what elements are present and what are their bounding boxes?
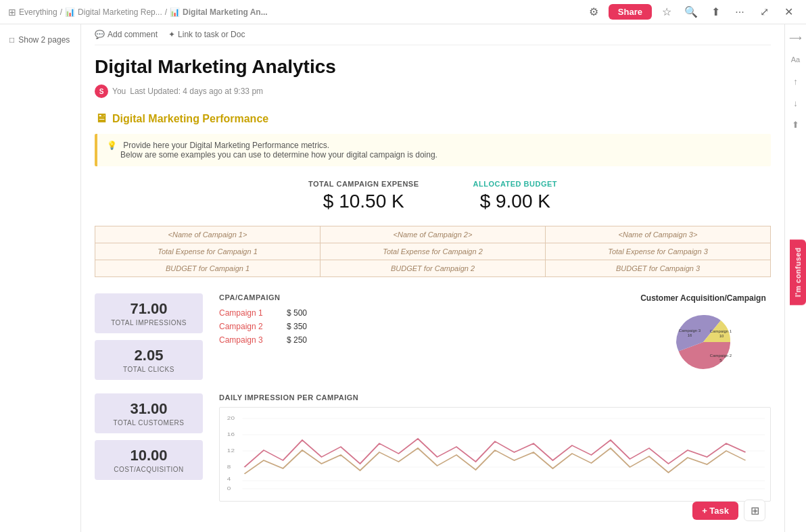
cost-value: 10.00 bbox=[104, 447, 193, 464]
link-label: Link to task or Doc bbox=[178, 30, 245, 39]
clicks-value: 2.05 bbox=[104, 347, 193, 364]
cpa-row: Campaign 3$ 250 bbox=[219, 335, 619, 345]
pie-title: Customer Acquisition/Campaign bbox=[636, 293, 771, 303]
comment-icon: 💬 bbox=[95, 30, 105, 39]
cpa-title: CPA/CAMPAIGN bbox=[219, 293, 619, 301]
more-icon[interactable]: ··· bbox=[730, 3, 749, 22]
section-heading-text: Digital Marketing Performance bbox=[112, 113, 268, 125]
grid-icon: ⊞ bbox=[8, 7, 16, 18]
table-cell: BUDGET for Campaign 1 bbox=[95, 260, 321, 277]
chart-icon-1: 📊 bbox=[65, 7, 75, 17]
breadcrumb: ⊞ Everything / 📊 Digital Marketing Rep..… bbox=[8, 7, 268, 18]
cpa-row: Campaign 2$ 350 bbox=[219, 322, 619, 331]
cost-label: COST/ACQUISITION bbox=[104, 466, 193, 473]
stats-row: TOTAL CAMPAIGN EXPENSE $ 10.50 K ALLOCAT… bbox=[95, 180, 771, 212]
monitor-icon: 🖥 bbox=[95, 112, 107, 126]
bottom-toolbar: + Task ⊞ bbox=[692, 500, 765, 521]
breadcrumb-analytics[interactable]: Digital Marketing An... bbox=[183, 7, 268, 17]
last-updated: Last Updated: 4 days ago at 9:33 pm bbox=[130, 87, 263, 96]
table-row: <Name of Campaign 1><Name of Campaign 2>… bbox=[95, 226, 771, 243]
total-expense-label: TOTAL CAMPAIGN EXPENSE bbox=[308, 180, 419, 188]
grid-view-button[interactable]: ⊞ bbox=[744, 500, 765, 521]
breadcrumb-everything[interactable]: Everything bbox=[19, 7, 57, 17]
table-cell: Total Expense for Campaign 3 bbox=[546, 243, 771, 260]
allocated-budget-value: $ 9.00 K bbox=[473, 191, 558, 212]
pie-section: Customer Acquisition/Campaign bbox=[636, 293, 771, 376]
link-btn[interactable]: ✦ Link to task or Doc bbox=[168, 30, 245, 39]
customers-block: 31.00 TOTAL CUSTOMERS bbox=[95, 393, 203, 433]
expand-icon[interactable]: ⤢ bbox=[755, 3, 774, 22]
chart-icon-2: 📊 bbox=[170, 7, 180, 17]
campaign-table: <Name of Campaign 1><Name of Campaign 2>… bbox=[95, 226, 771, 277]
link-icon: ✦ bbox=[168, 30, 175, 39]
svg-text:12: 12 bbox=[227, 448, 235, 454]
svg-text:8: 8 bbox=[227, 464, 231, 470]
chart-title: DAILY IMPRESSION PER CAMPAIGN bbox=[219, 393, 771, 402]
svg-text:10: 10 bbox=[719, 334, 724, 338]
task-button[interactable]: + Task bbox=[692, 502, 738, 520]
font-icon[interactable]: Aa bbox=[788, 51, 804, 68]
pie-chart: Campaign 1 10 Campaign 3 16 Campaign 2 5 bbox=[663, 308, 744, 376]
impressions-value: 71.00 bbox=[104, 300, 193, 318]
cpa-row: Campaign 1$ 500 bbox=[219, 308, 619, 318]
share-right-icon[interactable]: ⬆ bbox=[788, 116, 804, 132]
author-name: You bbox=[112, 87, 126, 96]
arrow-down-icon[interactable]: ↓ bbox=[788, 95, 804, 111]
svg-text:Campaign 2: Campaign 2 bbox=[710, 354, 732, 358]
author-row: S You Last Updated: 4 days ago at 9:33 p… bbox=[95, 84, 771, 98]
top-metric-blocks: 71.00 TOTAL IMPRESSIONS 2.05 TOTAL CLICK… bbox=[95, 293, 203, 380]
collapse-right-icon[interactable]: ⟶ bbox=[788, 30, 804, 46]
cpa-campaign-value: $ 500 bbox=[287, 308, 307, 318]
cpa-campaign-name: Campaign 1 bbox=[219, 308, 273, 318]
content-area: 💬 Add comment ✦ Link to task or Doc Digi… bbox=[81, 24, 784, 532]
table-cell: <Name of Campaign 2> bbox=[321, 226, 546, 243]
customers-label: TOTAL CUSTOMERS bbox=[104, 419, 193, 427]
table-row: Total Expense for Campaign 1Total Expens… bbox=[95, 243, 771, 260]
breadcrumb-report[interactable]: Digital Marketing Rep... bbox=[78, 7, 162, 17]
svg-text:16: 16 bbox=[688, 333, 692, 337]
close-icon[interactable]: ✕ bbox=[779, 3, 798, 22]
export-icon[interactable]: ⬆ bbox=[706, 3, 725, 22]
arrow-up-icon[interactable]: ↑ bbox=[788, 73, 804, 89]
doc-toolbar: 💬 Add comment ✦ Link to task or Doc bbox=[95, 24, 771, 45]
sidebar: □ Show 2 pages bbox=[0, 24, 81, 532]
info-line2: Below are some examples you can use to d… bbox=[120, 150, 437, 160]
main-layout: □ Show 2 pages 💬 Add comment ✦ Link to t… bbox=[0, 24, 806, 532]
add-comment-label: Add comment bbox=[108, 30, 158, 39]
pages-icon: □ bbox=[9, 35, 14, 45]
chart-section: DAILY IMPRESSION PER CAMPAIGN 20 16 12 8… bbox=[219, 393, 771, 502]
cpa-campaign-name: Campaign 3 bbox=[219, 335, 273, 345]
svg-text:20: 20 bbox=[227, 416, 235, 421]
cpa-section: CPA/CAMPAIGN Campaign 1$ 500Campaign 2$ … bbox=[219, 293, 619, 349]
confused-button[interactable]: I'm confused bbox=[790, 239, 806, 305]
bottom-metrics-row: 31.00 TOTAL CUSTOMERS 10.00 COST/ACQUISI… bbox=[95, 393, 771, 502]
star-icon[interactable]: ☆ bbox=[657, 3, 676, 22]
total-expense-block: TOTAL CAMPAIGN EXPENSE $ 10.50 K bbox=[308, 180, 419, 212]
info-line1: Provide here your Digital Marketing Perf… bbox=[123, 141, 329, 150]
customers-value: 31.00 bbox=[104, 400, 193, 418]
table-cell: <Name of Campaign 1> bbox=[95, 226, 321, 243]
svg-text:Campaign 1: Campaign 1 bbox=[710, 329, 732, 333]
section-heading: 🖥 Digital Marketing Performance bbox=[95, 112, 771, 126]
add-comment-btn[interactable]: 💬 Add comment bbox=[95, 30, 158, 39]
sidebar-show-pages[interactable]: □ Show 2 pages bbox=[5, 32, 75, 47]
share-button[interactable]: Share bbox=[609, 4, 652, 20]
cpa-campaign-name: Campaign 2 bbox=[219, 322, 273, 331]
search-icon[interactable]: 🔍 bbox=[682, 3, 701, 22]
clicks-block: 2.05 TOTAL CLICKS bbox=[95, 340, 203, 380]
table-row: BUDGET for Campaign 1BUDGET for Campaign… bbox=[95, 260, 771, 277]
svg-text:16: 16 bbox=[227, 432, 235, 437]
topbar-actions: ⚙ Share ☆ 🔍 ⬆ ··· ⤢ ✕ bbox=[584, 3, 798, 22]
settings-icon[interactable]: ⚙ bbox=[584, 3, 603, 22]
allocated-budget-label: ALLOCATED BUDGET bbox=[473, 180, 558, 188]
svg-text:Campaign 3: Campaign 3 bbox=[679, 329, 701, 333]
metrics-row: 71.00 TOTAL IMPRESSIONS 2.05 TOTAL CLICK… bbox=[95, 293, 771, 380]
cpa-campaign-value: $ 350 bbox=[287, 322, 307, 331]
clicks-label: TOTAL CLICKS bbox=[104, 366, 193, 373]
impressions-block: 71.00 TOTAL IMPRESSIONS bbox=[95, 293, 203, 333]
cost-block: 10.00 COST/ACQUISITION bbox=[95, 440, 203, 480]
table-cell: Total Expense for Campaign 1 bbox=[95, 243, 321, 260]
table-cell: BUDGET for Campaign 2 bbox=[321, 260, 546, 277]
cpa-campaign-value: $ 250 bbox=[287, 335, 307, 345]
table-cell: Total Expense for Campaign 2 bbox=[321, 243, 546, 260]
